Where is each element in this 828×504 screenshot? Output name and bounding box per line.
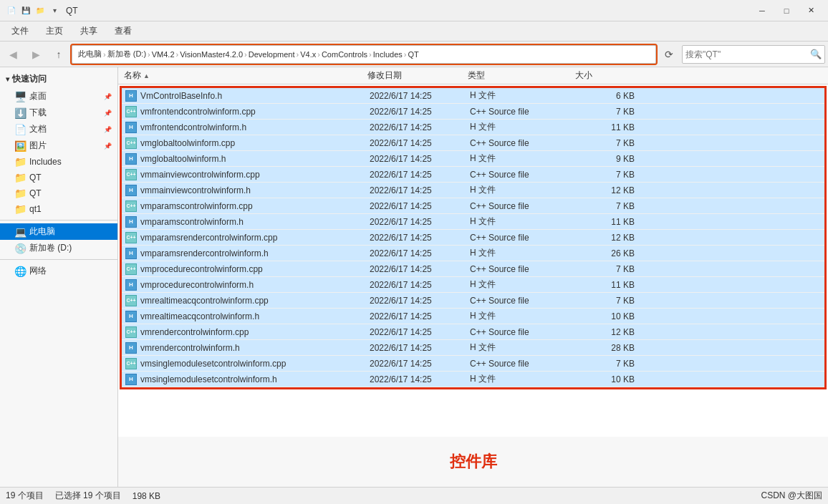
path-segment-1[interactable]: 新加卷 (D:): [107, 49, 146, 59]
file-list-header: 名称 ▲ 修改日期 类型 大小: [118, 67, 828, 84]
quick-access-header[interactable]: ▾ 快速访问: [0, 70, 117, 88]
file-size: 7 KB: [577, 264, 635, 274]
table-row[interactable]: C++vmrendercontrolwinform.cpp2022/6/17 1…: [122, 324, 824, 340]
search-icon[interactable]: 🔍: [810, 49, 822, 59]
file-size: 11 KB: [577, 217, 635, 227]
file-size: 6 KB: [577, 91, 635, 101]
documents-label: 文档: [29, 123, 47, 135]
close-button[interactable]: ✕: [799, 4, 822, 18]
file-name: vmparamscontrolwinform.cpp: [140, 201, 370, 211]
file-size: 7 KB: [577, 359, 635, 369]
refresh-button[interactable]: ⟳: [659, 45, 679, 64]
table-row[interactable]: C++vmsinglemodulesetcontrolwinform.cpp20…: [122, 356, 824, 372]
menu-share[interactable]: 共享: [72, 22, 106, 40]
table-row[interactable]: Hvmparamscontrolwinform.h2022/6/17 14:25…: [122, 214, 824, 230]
sidebar-item-qt2[interactable]: 📁 QT: [0, 185, 117, 201]
pictures-label: 图片: [29, 140, 47, 152]
table-row[interactable]: C++vmfrontendcontrolwinform.cpp2022/6/17…: [122, 104, 824, 120]
col-header-date[interactable]: 修改日期: [365, 69, 465, 82]
file-date: 2022/6/17 14:25: [370, 154, 470, 164]
table-row[interactable]: Hvmrendercontrolwinform.h2022/6/17 14:25…: [122, 340, 824, 356]
documents-icon: 📄: [14, 124, 27, 135]
path-segment-4[interactable]: Development: [249, 50, 295, 59]
status-bar: 19 个项目 已选择 19 个项目 198 KB CSDN @大图国: [0, 487, 828, 504]
file-date: 2022/6/17 14:25: [370, 280, 470, 290]
table-row[interactable]: Hvmmainviewcontrolwinform.h2022/6/17 14:…: [122, 183, 824, 198]
sidebar-item-includes[interactable]: 📁 Includes: [0, 154, 117, 170]
sidebar-item-qt3[interactable]: 📁 qt1: [0, 201, 117, 217]
menu-home[interactable]: 主页: [37, 22, 72, 40]
sidebar-item-downloads[interactable]: ⬇️ 下载 📌: [0, 105, 117, 121]
cpp-file-icon: C++: [125, 105, 138, 118]
cpp-file-icon: C++: [125, 326, 138, 339]
window-title: QT: [66, 6, 751, 16]
col-header-type[interactable]: 类型: [465, 69, 572, 82]
path-segment-6[interactable]: ComControls: [322, 50, 367, 59]
path-segment-8[interactable]: QT: [408, 50, 418, 59]
search-input[interactable]: [685, 49, 810, 59]
table-row[interactable]: HVmControlBaseInfo.h2022/6/17 14:25H 文件6…: [122, 88, 824, 104]
table-row[interactable]: C++vmprocedurecontrolwinform.cpp2022/6/1…: [122, 261, 824, 277]
sidebar-item-network[interactable]: 🌐 网络: [0, 263, 117, 279]
dropdown-icon[interactable]: ▾: [49, 5, 60, 16]
file-name: vmsinglemodulesetcontrolwinform.h: [140, 374, 370, 384]
table-row[interactable]: Hvmglobaltoolwinform.h2022/6/17 14:25H 文…: [122, 151, 824, 167]
path-segment-7[interactable]: Includes: [373, 50, 403, 59]
file-type: C++ Source file: [470, 327, 577, 337]
file-name: vmglobaltoolwinform.cpp: [140, 138, 370, 148]
sidebar-item-newvolume[interactable]: 💿 新加卷 (D:): [0, 240, 117, 256]
file-list-scroll[interactable]: HVmControlBaseInfo.h2022/6/17 14:25H 文件6…: [118, 84, 828, 437]
file-name: vmrendercontrolwinform.h: [140, 343, 370, 353]
table-row[interactable]: C++vmmainviewcontrolwinform.cpp2022/6/17…: [122, 167, 824, 183]
status-right-text: CSDN @大图国: [761, 490, 822, 502]
pin-icon-documents: 📌: [104, 126, 112, 133]
path-segment-0[interactable]: 此电脑: [78, 49, 102, 59]
back-button[interactable]: ◀: [3, 45, 23, 64]
table-row[interactable]: Hvmparamsrendercontrolwinform.h2022/6/17…: [122, 246, 824, 261]
h-file-icon: H: [125, 341, 138, 354]
sidebar-item-desktop[interactable]: 🖥️ 桌面 📌: [0, 88, 117, 105]
title-bar-icons: 📄 💾 📁 ▾: [6, 5, 60, 16]
up-button[interactable]: ↑: [49, 45, 69, 64]
h-file-icon: H: [125, 247, 138, 260]
table-row[interactable]: Hvmrealtimeacqcontrolwinform.h2022/6/17 …: [122, 309, 824, 324]
expand-arrow: ▾: [6, 75, 9, 83]
file-name: vmmainviewcontrolwinform.cpp: [140, 170, 370, 180]
path-segment-3[interactable]: VisionMaster4.2.0: [180, 50, 243, 59]
file-size: 12 KB: [577, 233, 635, 243]
file-name: vmmainviewcontrolwinform.h: [140, 185, 370, 195]
file-list-area: 名称 ▲ 修改日期 类型 大小 HVmControlBaseInfo.h2022…: [118, 67, 828, 487]
table-row[interactable]: Hvmprocedurecontrolwinform.h2022/6/17 14…: [122, 277, 824, 293]
file-date: 2022/6/17 14:25: [370, 296, 470, 306]
table-row[interactable]: C++vmglobaltoolwinform.cpp2022/6/17 14:2…: [122, 135, 824, 151]
col-header-size[interactable]: 大小: [572, 69, 630, 82]
table-row[interactable]: C++vmparamscontrolwinform.cpp2022/6/17 1…: [122, 198, 824, 214]
network-icon: 🌐: [14, 266, 27, 277]
sidebar-item-qt1[interactable]: 📁 QT: [0, 170, 117, 185]
minimize-button[interactable]: ─: [751, 4, 774, 18]
table-row[interactable]: Hvmfrontendcontrolwinform.h2022/6/17 14:…: [122, 120, 824, 135]
sidebar-item-pictures[interactable]: 🖼️ 图片 📌: [0, 137, 117, 154]
table-row[interactable]: C++vmrealtimeacqcontrolwinform.cpp2022/6…: [122, 293, 824, 309]
file-type: H 文件: [470, 89, 577, 102]
cpp-file-icon: C++: [125, 231, 138, 244]
menu-file[interactable]: 文件: [3, 22, 37, 40]
thispc-label: 此电脑: [29, 226, 55, 238]
forward-button[interactable]: ▶: [26, 45, 46, 64]
file-size: 7 KB: [577, 201, 635, 211]
cpp-file-icon: C++: [125, 263, 138, 276]
sidebar-item-thispc[interactable]: 💻 此电脑: [0, 223, 117, 240]
path-segment-5[interactable]: V4.x: [300, 50, 316, 59]
path-segment-2[interactable]: VM4.2: [152, 50, 175, 59]
sidebar-item-documents[interactable]: 📄 文档 📌: [0, 121, 117, 137]
menu-view[interactable]: 查看: [106, 22, 140, 40]
address-bar[interactable]: 此电脑 › 新加卷 (D:) › VM4.2 › VisionMaster4.2…: [72, 45, 656, 64]
table-row[interactable]: Hvmsinglemodulesetcontrolwinform.h2022/6…: [122, 372, 824, 387]
file-date: 2022/6/17 14:25: [370, 122, 470, 132]
thispc-icon: 💻: [14, 226, 27, 238]
table-row[interactable]: C++vmparamsrendercontrolwinform.cpp2022/…: [122, 230, 824, 246]
maximize-button[interactable]: □: [775, 4, 798, 18]
cpp-file-icon: C++: [125, 137, 138, 150]
file-type: H 文件: [470, 121, 577, 133]
col-header-name[interactable]: 名称 ▲: [121, 69, 365, 82]
